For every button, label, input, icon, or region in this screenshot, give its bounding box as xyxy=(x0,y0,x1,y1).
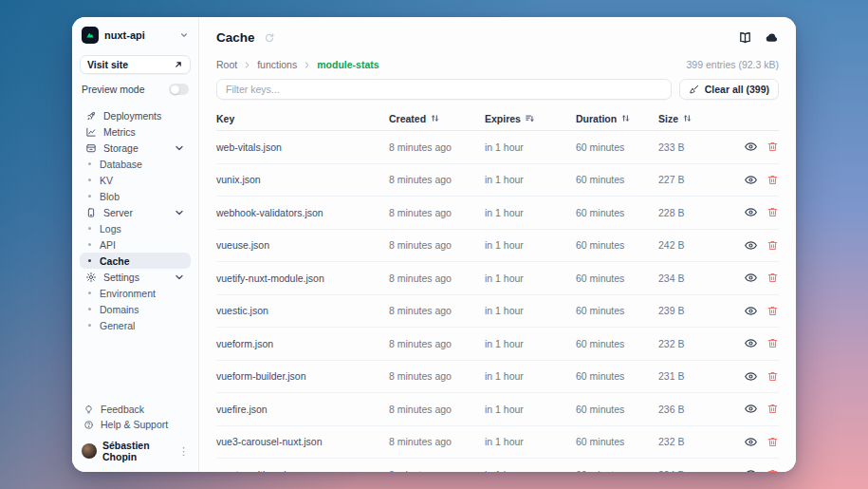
table-row: vueuse.json8 minutes agoin 1 hour60 minu… xyxy=(216,230,779,263)
bullet-dot xyxy=(88,162,91,165)
kebab-menu-icon[interactable]: ⋮ xyxy=(178,446,189,457)
trash-icon[interactable] xyxy=(766,141,779,153)
sidebar-item-storage[interactable]: Storage xyxy=(80,140,191,156)
sidebar-item-kv[interactable]: KV xyxy=(80,172,191,188)
sidebar-item-blob[interactable]: Blob xyxy=(80,188,191,204)
sidebar-item-environment[interactable]: Environment xyxy=(80,285,191,301)
cell-created: 8 minutes ago xyxy=(389,404,485,415)
sidebar-nav: DeploymentsMetricsStorageDatabaseKVBlobS… xyxy=(80,107,191,333)
user-menu[interactable]: Sébastien Chopin ⋮ xyxy=(80,438,191,464)
trash-icon[interactable] xyxy=(766,305,779,317)
trash-icon[interactable] xyxy=(766,468,779,472)
sidebar-footer-feedback[interactable]: Feedback xyxy=(80,402,191,417)
table-row: vuetify-nuxt-module.json8 minutes agoin … xyxy=(216,262,779,295)
sidebar-item-cache[interactable]: Cache xyxy=(80,253,191,269)
eye-icon[interactable] xyxy=(744,205,758,219)
breadcrumb-root[interactable]: Root xyxy=(216,59,237,70)
trash-icon[interactable] xyxy=(766,337,779,349)
cache-table: KeyCreatedExpiresDurationSize web-vitals… xyxy=(216,106,779,472)
breadcrumb: Root functions module-stats 399 entries … xyxy=(216,59,779,70)
table-row: vueform.json8 minutes agoin 1 hour60 min… xyxy=(216,328,779,361)
cell-duration: 60 minutes xyxy=(576,174,658,185)
trash-icon[interactable] xyxy=(766,272,779,284)
preview-mode-label: Preview mode xyxy=(82,84,145,95)
cell-duration: 60 minutes xyxy=(576,469,658,472)
filter-row: Clear all (399) xyxy=(216,79,779,100)
cell-duration: 60 minutes xyxy=(576,404,658,415)
bullet-dot xyxy=(88,227,91,230)
eye-icon[interactable] xyxy=(744,271,758,285)
cell-duration: 60 minutes xyxy=(576,305,658,316)
cell-key: vunix.json xyxy=(216,174,389,185)
cell-duration: 60 minutes xyxy=(576,207,658,218)
trash-icon[interactable] xyxy=(766,206,779,218)
column-header-duration[interactable]: Duration xyxy=(576,113,658,124)
trash-icon[interactable] xyxy=(766,403,779,415)
breadcrumb-module-stats[interactable]: module-stats xyxy=(317,59,379,70)
toggle-knob xyxy=(171,85,179,94)
row-actions xyxy=(729,173,779,187)
sidebar-item-domains[interactable]: Domains xyxy=(80,301,191,317)
gear-icon xyxy=(85,272,97,283)
help-circle-icon xyxy=(83,420,94,430)
visit-site-button[interactable]: Visit site xyxy=(80,55,191,74)
cloud-icon[interactable] xyxy=(765,30,779,45)
preview-mode-toggle[interactable] xyxy=(169,84,189,95)
cell-size: 239 B xyxy=(658,305,729,316)
sidebar-item-label: Settings xyxy=(103,272,167,283)
eye-icon[interactable] xyxy=(744,402,758,416)
column-header-created[interactable]: Created xyxy=(389,113,485,124)
cell-expires: in 1 hour xyxy=(485,305,576,316)
sidebar-item-label: Metrics xyxy=(103,126,185,138)
arrow-up-right-icon xyxy=(174,60,183,69)
cell-size: 228 B xyxy=(658,207,729,218)
sidebar-item-deployments[interactable]: Deployments xyxy=(80,107,191,123)
sidebar-item-metrics[interactable]: Metrics xyxy=(80,123,191,140)
cell-duration: 60 minutes xyxy=(576,370,658,382)
eye-icon[interactable] xyxy=(744,336,758,350)
trash-icon[interactable] xyxy=(766,174,779,186)
sidebar-item-database[interactable]: Database xyxy=(80,156,191,172)
cell-size: 236 B xyxy=(658,404,729,415)
refresh-icon[interactable] xyxy=(264,32,275,44)
column-label: Created xyxy=(389,113,426,124)
cell-size: 231 B xyxy=(658,370,729,382)
eye-icon[interactable] xyxy=(744,173,758,187)
breadcrumb-functions[interactable]: functions xyxy=(257,59,297,70)
eye-icon[interactable] xyxy=(744,238,758,253)
sort-updown-icon xyxy=(620,113,631,123)
page-header: Cache xyxy=(216,30,779,45)
column-label: Key xyxy=(216,113,234,124)
sidebar-footer-help-support[interactable]: Help & Support xyxy=(80,417,191,432)
trash-icon[interactable] xyxy=(766,239,779,252)
cell-created: 8 minutes ago xyxy=(389,141,485,153)
row-actions xyxy=(729,467,779,472)
cell-created: 8 minutes ago xyxy=(389,305,485,316)
eye-icon[interactable] xyxy=(744,369,758,384)
column-label: Size xyxy=(658,113,678,124)
eye-icon[interactable] xyxy=(744,140,758,154)
eye-icon[interactable] xyxy=(744,304,758,318)
sidebar-item-logs[interactable]: Logs xyxy=(80,220,191,236)
trash-icon[interactable] xyxy=(766,370,779,383)
clear-all-button[interactable]: Clear all (399) xyxy=(679,79,779,100)
sidebar-item-settings[interactable]: Settings xyxy=(80,269,191,285)
trash-icon[interactable] xyxy=(766,436,779,448)
eye-icon[interactable] xyxy=(744,467,758,472)
column-header-size[interactable]: Size xyxy=(658,113,729,124)
sidebar-item-api[interactable]: API xyxy=(80,236,191,253)
sidebar-item-server[interactable]: Server xyxy=(80,204,191,220)
cell-created: 8 minutes ago xyxy=(389,370,485,382)
eye-icon[interactable] xyxy=(744,435,758,449)
column-header-expires[interactable]: Expires xyxy=(485,113,576,124)
sidebar-item-label: Storage xyxy=(103,142,167,154)
sidebar-item-general[interactable]: General xyxy=(80,317,191,333)
book-open-icon[interactable] xyxy=(738,30,752,45)
project-name: nuxt-api xyxy=(104,29,174,41)
chevron-down-icon xyxy=(174,207,185,218)
project-selector[interactable]: nuxt-api xyxy=(80,25,191,44)
cell-expires: in 1 hour xyxy=(485,338,576,349)
bullet-dot xyxy=(88,292,91,294)
filter-keys-input[interactable] xyxy=(216,79,672,100)
sort-updown-icon xyxy=(430,113,440,123)
